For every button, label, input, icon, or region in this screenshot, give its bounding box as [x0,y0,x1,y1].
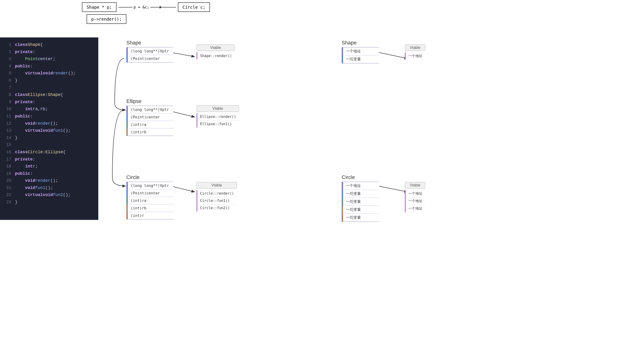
code-line-15: 15 [3,141,95,149]
code-line-7: 7 [3,84,95,91]
ellipse-label: Ellipse [126,98,173,104]
circle-vtable-fun2: Circle::fun2() [197,204,237,212]
ellipse-vtable-badge: Vtable [197,105,239,112]
circle-right-vtable-container: Vtable 一个地址 一个地址 一个地址 [405,182,425,212]
top-diagram: Shape * p; p = &c; Circle c; p->render()… [82,2,210,24]
box-shape-ptr: Shape * p; [82,2,116,12]
code-line-10: 10 int ra,rb; [3,106,95,113]
shape-label: Shape [126,40,173,46]
code-panel: 1 class Shape{ 2 private: 3 Point center… [0,37,98,220]
circle-vtable-container: Vtable Circle::render() Circle::fun1() C… [197,182,237,212]
ellipse-vtable-container: Vtable Ellipse::render() Ellipse::fun1() [197,105,239,128]
code-line-17: 17 private: [3,156,95,163]
shape-right-container: Shape 一个地址 一坨变量 [342,40,379,64]
circle-vtable-badge: Vtable [197,182,237,189]
ellipse-memory-box: (long long**)Vptr (Point)center (int)ra … [126,106,173,136]
shape-right-label: Shape [342,40,379,46]
code-line-2: 2 private: [3,48,95,56]
ellipse-vtable-items: Ellipse::render() Ellipse::fun1() [197,113,239,128]
shape-row-center: (Point)center [127,55,173,62]
shape-vtable-items: Shape::render() [197,52,235,59]
shape-memory-container: Shape (long long**)Vptr (Point)center [126,40,173,63]
ellipse-row-center: (Point)center [127,113,173,121]
circle-label: Circle [126,174,173,180]
code-line-8: 8 class Ellipse : Shape{ [3,91,95,99]
shape-vtable-container: Vtable Shape::render() [197,44,235,59]
circle-right-vtable-items: 一个地址 一个地址 一个地址 [405,190,425,212]
circle-row-r: (int)r [127,212,173,219]
circle-row-vptr: (long long**)Vptr [127,182,173,190]
shape-vtable-badge: Vtable [197,44,235,51]
page-wrapper: Shape * p; p = &c; Circle c; p->render()… [0,0,623,364]
diagrams-area: Shape (long long**)Vptr (Point)center Vt… [108,37,618,360]
code-line-13: 13 virtual void fun1(); [3,127,95,134]
code-line-5: 5 virtual void render(); [3,70,95,77]
code-line-3: 3 Point center; [3,55,95,63]
top-row: Shape * p; p = &c; Circle c; [82,2,210,12]
code-line-9: 9 private: [3,99,95,106]
circle-row-rb: (int)rb [127,204,173,212]
code-line-14: 14 } [3,134,95,142]
code-line-19: 19 public: [3,170,95,177]
code-line-18: 18 int r; [3,163,95,170]
shape-right-vtable-container: Vtable 一个地址 [405,44,425,60]
circle-right-vtable-addr2: 一个地址 [406,197,425,205]
shape-right-row-addr: 一个地址 [342,47,379,55]
ellipse-vtable-fun1: Ellipse::fun1() [197,121,239,128]
box-render: p->render(); [87,14,126,24]
code-line-16: 16 class Circle : Ellipse{ [3,149,95,156]
ellipse-row-ra: (int)ra [127,121,173,128]
shape-memory-box: (long long**)Vptr (Point)center [126,47,173,63]
ellipse-row-rb: (int)rb [127,128,173,136]
circle-memory-container: Circle (long long**)Vptr (Point)center (… [126,174,173,219]
circle-right-vtable-addr1: 一个地址 [406,190,425,197]
circle-right-vtable-addr3: 一个地址 [406,205,425,212]
circle-right-row-vars4: 一坨变量 [342,214,379,221]
code-line-11: 11 public: [3,113,95,120]
circle-right-vtable-badge: Vtable [405,182,425,189]
code-line-12: 12 void render(); [3,120,95,127]
arrow1-label: p = &c; [134,5,149,9]
circle-right-row-vars3: 一坨变量 [342,206,379,214]
shape-right-box: 一个地址 一坨变量 [342,47,379,64]
code-line-20: 20 void render(); [3,177,95,184]
circle-memory-box: (long long**)Vptr (Point)center (int)ra … [126,182,173,219]
box-circle-c: Circle c; [178,2,210,12]
circle-right-row-addr: 一个地址 [342,182,379,190]
ellipse-memory-container: Ellipse (long long**)Vptr (Point)center … [126,98,173,136]
circle-right-box: 一个地址 一坨变量 一坨变量 一坨变量 一坨变量 [342,182,379,222]
code-line-1: 1 class Shape{ [3,41,95,48]
arrow1: p = &c; [118,5,176,9]
shape-right-vtable-badge: Vtable [405,44,425,51]
circle-right-row-vars2: 一坨变量 [342,198,379,206]
circle-vtable-render: Circle::render() [197,190,237,197]
code-line-22: 22 virtual void fun2(); [3,191,95,199]
code-line-6: 6 } [3,77,95,84]
ellipse-row-vptr: (long long**)Vptr [127,106,173,113]
circle-vtable-items: Circle::render() Circle::fun1() Circle::… [197,190,237,212]
shape-vtable-render: Shape::render() [197,52,235,59]
circle-row-ra: (int)ra [127,197,173,204]
shape-right-vtable-addr: 一个地址 [406,52,425,60]
circle-right-row-vars1: 一坨变量 [342,190,379,198]
shape-row-vptr: (long long**)Vptr [127,47,173,55]
top-second-row: p->render(); [87,14,126,24]
code-line-21: 21 void fun1(); [3,184,95,192]
shape-right-vtable-items: 一个地址 [405,52,425,60]
circle-right-label: Circle [342,174,379,180]
circle-row-center: (Point)center [127,190,173,197]
circle-right-container: Circle 一个地址 一坨变量 一坨变量 一坨变量 一坨变量 [342,174,379,222]
code-line-4: 4 public: [3,63,95,70]
circle-vtable-fun1: Circle::fun1() [197,197,237,204]
code-line-23: 23 } [3,199,95,206]
ellipse-vtable-render: Ellipse::render() [197,113,239,121]
shape-right-row-vars: 一坨变量 [342,55,379,63]
